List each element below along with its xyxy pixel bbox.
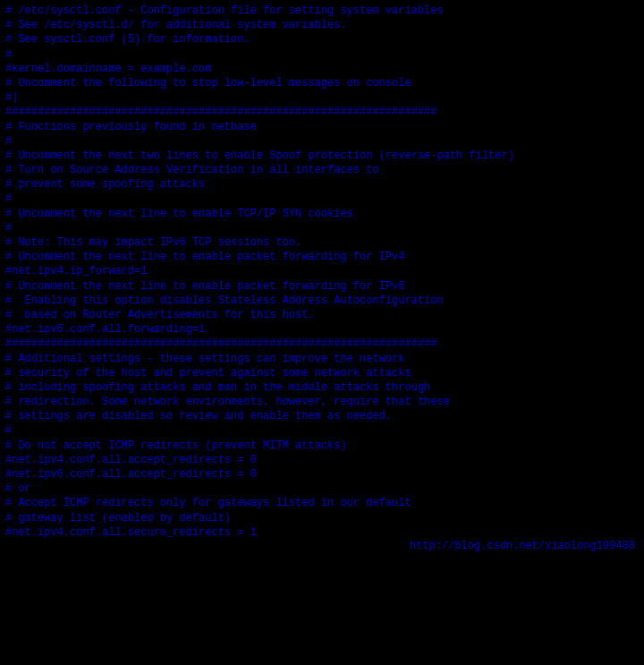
watermark-text: http://blog.csdn.net/xiaolong199408 (5, 540, 639, 552)
code-line: #net.ipv6.conf.all.accept_redirects = 0 (5, 467, 639, 482)
code-line: #net.ipv4.conf.all.secure_redirects = 1 (5, 525, 639, 540)
code-line: # /etc/sysctl.conf - Configuration file … (5, 4, 639, 18)
code-line: # Accept ICMP redirects only for gateway… (5, 496, 639, 510)
code-line: #net.ipv4.ip_forward=1 (5, 264, 639, 278)
code-line: # Uncomment the following to stop low-le… (5, 76, 639, 90)
code-line: # Uncomment the next two lines to enable… (5, 149, 639, 163)
code-line: # based on Router Advertisements for thi… (5, 308, 639, 322)
code-line: # redirection. Some network environments… (5, 395, 639, 409)
code-line: # Uncomment the next line to enable pack… (5, 279, 639, 294)
code-line: # including spoofing attacks and man in … (5, 380, 639, 395)
code-line: # security of the host and prevent again… (5, 366, 639, 380)
code-line: # (5, 134, 639, 149)
code-line: # See sysctl.conf (5) for information. (5, 32, 639, 47)
code-line: # (5, 423, 639, 438)
code-line: # (5, 221, 639, 235)
code-line: # Note: This may impact IPv6 TCP session… (5, 235, 639, 250)
code-line: # Uncomment the next line to enable pack… (5, 250, 639, 264)
code-line: #net.ipv4.conf.all.accept_redirects = 0 (5, 453, 639, 467)
code-line: ########################################… (5, 337, 639, 351)
code-line: #kernel.domainname = example.com (5, 62, 639, 76)
code-line: # or (5, 482, 639, 496)
code-line: #) (5, 90, 639, 105)
code-content: # /etc/sysctl.conf - Configuration file … (5, 4, 639, 540)
watermark-url: http://blog.csdn.net/xiaolong199408 (410, 540, 635, 552)
code-line: # See /etc/sysctl.d/ for additional syst… (5, 18, 639, 32)
code-line: # Uncomment the next line to enable TCP/… (5, 207, 639, 221)
code-line: # (5, 47, 639, 62)
code-line: ########################################… (5, 105, 639, 119)
code-line: #net.ipv6.conf.all.forwarding=1 (5, 322, 639, 337)
code-line: # Functions previously found in netbase (5, 120, 639, 134)
code-line: # (5, 192, 639, 206)
code-line: # gateway list (enabled by default) (5, 511, 639, 525)
terminal-window: # /etc/sysctl.conf - Configuration file … (0, 0, 644, 665)
code-line: # Turn on Source Address Verification in… (5, 163, 639, 177)
code-line: # settings are disabled so review and en… (5, 409, 639, 423)
code-line: # Additional settings - these settings c… (5, 352, 639, 366)
code-line: # Do not accept ICMP redirects (prevent … (5, 439, 639, 453)
code-line: # Enabling this option disables Stateles… (5, 294, 639, 308)
code-line: # prevent some spoofing attacks (5, 177, 639, 192)
